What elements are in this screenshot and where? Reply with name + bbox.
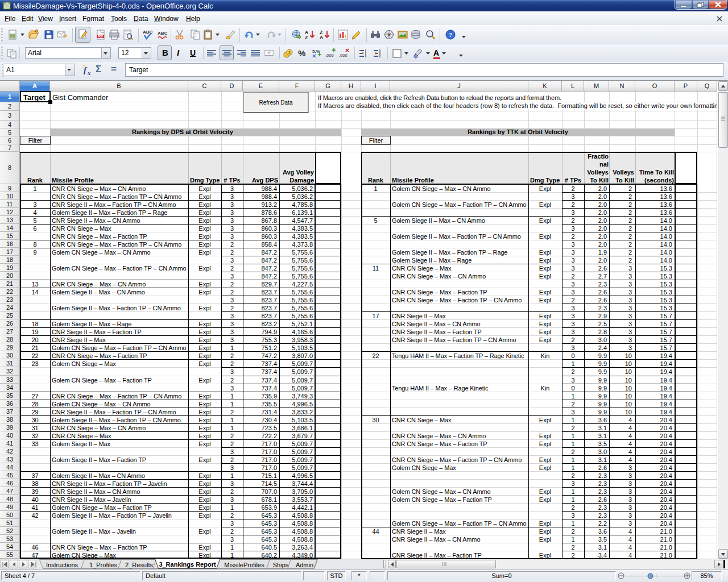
svg-text:x: x [87,69,91,76]
svg-text:Z: Z [305,35,308,40]
svg-text:.000: .000 [339,53,348,58]
svg-text:PDF: PDF [98,35,103,38]
svg-text:5,%: 5,% [312,49,320,54]
svg-text:f: f [84,65,88,74]
svg-text:$: $ [288,51,291,55]
svg-text:?: ? [449,31,452,38]
svg-text:ABC: ABC [158,31,168,36]
svg-text:A: A [320,35,323,40]
svg-text:.000: .000 [325,53,334,58]
